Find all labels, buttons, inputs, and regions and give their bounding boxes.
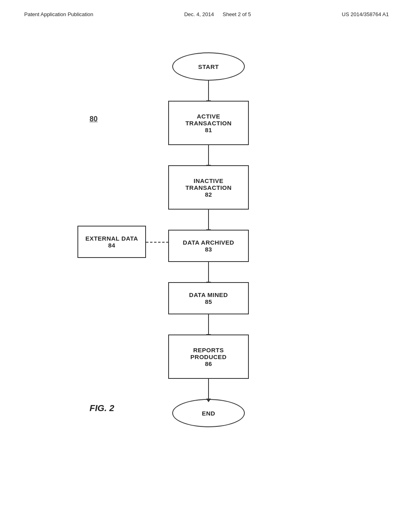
data-archived-node: DATA ARCHIVED 83: [168, 230, 249, 262]
header-date: Dec. 4, 2014: [184, 11, 214, 17]
arrow-archived-to-mined: [208, 262, 209, 282]
arrow-start-to-active: [208, 81, 209, 101]
arrow-mined-to-reports: [208, 314, 209, 335]
header-sheet: Sheet 2 of 5: [223, 11, 251, 17]
data-mined-node: DATA MINED 85: [168, 282, 249, 314]
header-date-sheet: Dec. 4, 2014 Sheet 2 of 5: [184, 11, 251, 17]
active-transaction-node: ACTIVE TRANSACTION 81: [168, 101, 249, 145]
page-header: Patent Application Publication Dec. 4, 2…: [0, 0, 413, 17]
dashed-connector: [146, 242, 169, 243]
arrow-inactive-to-archived: [208, 210, 209, 230]
diagram-label: 80: [90, 115, 98, 123]
external-data-node: EXTERNAL DATA 84: [77, 226, 146, 258]
arrow-active-to-inactive: [208, 145, 209, 165]
diagram-container: 80 START ACTIVE TRANSACTION 81 INACTIVE …: [0, 52, 413, 532]
flowchart-diagram: 80 START ACTIVE TRANSACTION 81 INACTIVE …: [65, 52, 348, 504]
arrow-reports-to-end: [208, 379, 209, 399]
header-patent-number: US 2014/358764 A1: [342, 11, 389, 17]
reports-produced-node: REPORTS PRODUCED 86: [168, 335, 249, 379]
header-publication-type: Patent Application Publication: [24, 11, 93, 17]
start-node: START: [172, 52, 245, 81]
inactive-transaction-node: INACTIVE TRANSACTION 82: [168, 165, 249, 210]
end-node: END: [172, 399, 245, 427]
figure-label: FIG. 2: [90, 403, 114, 414]
